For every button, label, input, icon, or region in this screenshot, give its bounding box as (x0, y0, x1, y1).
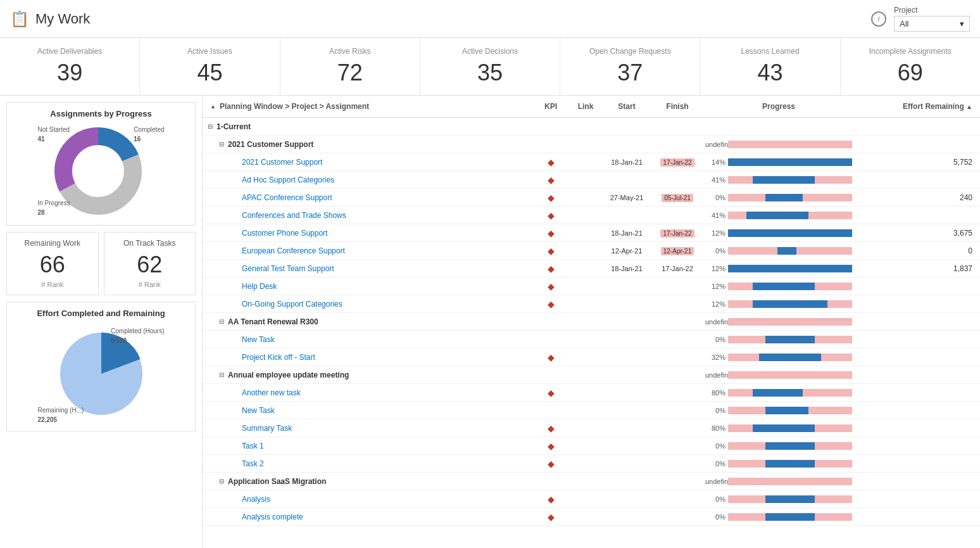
row-name[interactable]: Task 1 (242, 442, 264, 450)
row-name[interactable]: General Test Team Support (242, 264, 334, 273)
row-name[interactable]: Task 2 (242, 459, 264, 468)
gantt-bar (728, 158, 852, 166)
gantt-bar-container (728, 513, 852, 521)
kpi-diamond-icon: ◆ (548, 157, 555, 167)
cell-finish: 05-Jul-21 (652, 194, 703, 201)
row-name: Annual employee update meeting (228, 371, 349, 379)
cell-kpi: ◆ (532, 423, 570, 433)
row-name[interactable]: Summary Task (242, 424, 292, 433)
cell-progress: 41% (703, 212, 855, 219)
pie-chart: Completed (Hours) 5,520 Remaining (H...)… (38, 323, 165, 424)
kpi-label: Active Issues (187, 47, 232, 56)
cell-progress: 0% (703, 442, 855, 450)
cell-progress: 0% (703, 460, 855, 468)
cell-planning: On-Going Support Categories (203, 298, 532, 310)
row-name[interactable]: Conferences and Trade Shows (242, 211, 346, 220)
sidebar: Assignments by Progress Completed16 In P… (0, 96, 203, 548)
row-name[interactable]: Ad Hoc Support Categories (242, 175, 334, 184)
kpi-diamond-icon: ◆ (548, 246, 555, 256)
kpi-card: Incomplete Assignments 69 (841, 38, 980, 95)
gantt-bar-container (728, 371, 852, 379)
gantt-bar-container (728, 354, 852, 361)
cell-start: 12-Apr-21 (601, 247, 652, 255)
kpi-diamond-icon: ◆ (548, 175, 555, 185)
table-row: Customer Phone Support ◆ 18-Jan-21 17-Ja… (203, 224, 980, 242)
row-name[interactable]: 2021 Customer Support (242, 158, 322, 167)
expand-icon[interactable]: ⊟ (219, 141, 224, 148)
start-date: 27-May-21 (610, 194, 644, 201)
gantt-bar-container (728, 247, 852, 255)
row-name[interactable]: New Task (242, 335, 275, 344)
row-name[interactable]: New Task (242, 406, 275, 415)
project-value: All (900, 19, 908, 29)
row-name[interactable]: Help Desk (242, 282, 277, 291)
main-content: Assignments by Progress Completed16 In P… (0, 96, 980, 548)
cell-start: 18-Jan-21 (601, 265, 652, 272)
completed-hours-label: Completed (Hours) 5,520 (111, 326, 164, 345)
row-name[interactable]: On-Going Support Categories (242, 300, 342, 309)
cell-planning: Another new task (203, 386, 532, 399)
progress-pct: 80% (705, 424, 726, 432)
expand-icon[interactable]: ⊟ (219, 371, 224, 378)
gantt-bar (753, 300, 827, 308)
progress-pct: 0% (705, 336, 726, 343)
cell-start: 18-Jan-21 (601, 158, 652, 166)
kpi-diamond-icon: ◆ (548, 281, 555, 291)
cell-planning: ⊟ Application SaaS Migration (203, 475, 532, 488)
table-header: ▲ Planning Window > Project > Assignment… (203, 96, 980, 118)
table-row: 2021 Customer Support ◆ 18-Jan-21 17-Jan… (203, 153, 980, 171)
cell-kpi: ◆ (532, 210, 570, 220)
expand-icon[interactable]: ⊟ (219, 318, 224, 325)
cell-kpi: ◆ (532, 512, 570, 522)
row-name[interactable]: Analysis (242, 495, 270, 504)
progress-pct: 14% (705, 158, 726, 166)
kpi-value: 43 (758, 60, 783, 86)
start-date: 18-Jan-21 (611, 265, 643, 272)
cell-planning: APAC Conference Support (203, 191, 532, 204)
cell-progress: 0% (703, 247, 855, 255)
kpi-value: 39 (57, 60, 82, 86)
cell-kpi: ◆ (532, 494, 570, 504)
cell-kpi: ◆ (532, 175, 570, 185)
remaining-work-title: Remaining Work (13, 239, 92, 248)
row-name[interactable]: Project Kick off - Start (242, 353, 315, 362)
table-row: Task 2 ◆ 0% (203, 455, 980, 473)
cell-planning: European Conference Support (203, 245, 532, 257)
cell-progress: undefined% (703, 478, 855, 485)
cell-progress: 80% (703, 389, 855, 397)
progress-pct: 12% (705, 283, 726, 290)
effort-value: 3,675 (953, 229, 972, 238)
table-body: ⊟ 1-Current ⊟ 2021 Customer Support unde… (203, 118, 980, 548)
expand-icon[interactable]: ⊟ (208, 123, 213, 130)
cell-planning: General Test Team Support (203, 262, 532, 275)
cell-effort: 1,837 (855, 264, 980, 273)
gantt-bar (753, 176, 815, 184)
row-name[interactable]: Another new task (242, 388, 301, 397)
gantt-bar (777, 247, 796, 255)
gantt-bar-container (728, 389, 852, 397)
finish-date-badge: 12-Apr-21 (661, 247, 694, 255)
gantt-bar-container (728, 158, 852, 166)
collapse-all-icon[interactable]: ▲ (210, 103, 216, 110)
kpi-label: Open Change Requests (589, 47, 671, 56)
gantt-bar-container (728, 300, 852, 308)
gantt-bar-container (728, 442, 852, 450)
kpi-card: Active Decisions 35 (420, 38, 560, 95)
info-icon[interactable]: i (871, 11, 886, 27)
on-track-value: 62 (111, 252, 189, 278)
table-row: Project Kick off - Start ◆ 32% (203, 348, 980, 366)
cell-progress: 0% (703, 407, 855, 414)
gantt-bar-container (728, 318, 852, 326)
progress-pct: 0% (705, 194, 726, 201)
expand-icon[interactable]: ⊟ (219, 478, 224, 485)
row-name[interactable]: Customer Phone Support (242, 229, 327, 238)
row-name[interactable]: Analysis complete (242, 513, 303, 521)
progress-pct: 0% (705, 460, 726, 468)
kpi-value: 69 (898, 60, 923, 86)
cell-planning: Conferences and Trade Shows (203, 209, 532, 222)
row-name[interactable]: European Conference Support (242, 246, 345, 255)
row-name[interactable]: APAC Conference Support (242, 193, 332, 202)
kpi-diamond-icon: ◆ (548, 299, 555, 309)
kpi-diamond-icon: ◆ (548, 193, 555, 203)
project-dropdown[interactable]: All ▾ (894, 16, 970, 32)
